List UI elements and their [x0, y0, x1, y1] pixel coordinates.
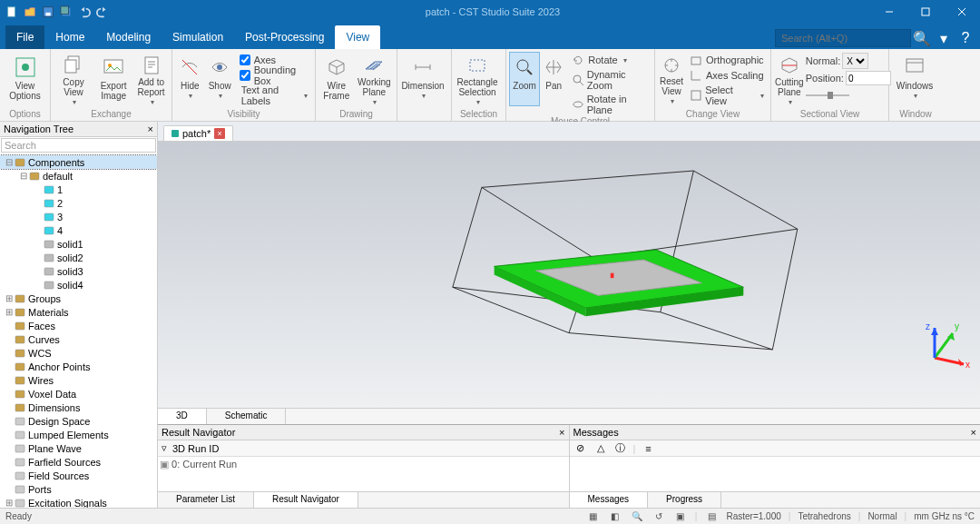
normal-select[interactable]: X [842, 53, 868, 69]
qat-saveall-icon[interactable] [58, 4, 74, 20]
windows-button[interactable]: Windows▾ [893, 53, 936, 105]
tree-node[interactable]: solid2 [0, 251, 157, 264]
position-slider[interactable] [806, 94, 849, 96]
tree-twisty-icon[interactable]: ⊟ [18, 171, 28, 181]
nav-tree-close-icon[interactable]: × [148, 124, 153, 134]
filter-icon[interactable]: ▿ [162, 442, 167, 454]
msg-clear-icon[interactable]: ≡ [641, 442, 655, 455]
hide-button[interactable]: Hide▾ [176, 53, 204, 105]
select-view-button[interactable]: Select View▾ [686, 84, 768, 107]
tab-result-navigator[interactable]: Result Navigator [254, 492, 358, 508]
tree-twisty-icon[interactable]: ⊞ [4, 498, 14, 508]
export-image-button[interactable]: Export Image [94, 53, 132, 105]
show-button[interactable]: Show▾ [206, 53, 234, 105]
status-icon-2[interactable]: ◧ [608, 510, 622, 523]
3d-viewport[interactable]: x y z [158, 142, 980, 408]
tree-node[interactable]: Curves [0, 332, 157, 346]
tree-node[interactable]: 4 [0, 223, 157, 237]
tree-node[interactable]: WCS [0, 346, 157, 360]
copy-view-button[interactable]: Copy View▾ [54, 53, 93, 105]
reset-view-button[interactable]: Reset View▾ [659, 53, 684, 105]
minimize-button[interactable] [871, 0, 907, 24]
add-to-report-button[interactable]: Add to Report▾ [134, 53, 168, 105]
help-icon[interactable]: ? [955, 27, 976, 49]
tree[interactable]: ⊟Components⊟default1234solid1solid2solid… [0, 153, 157, 508]
msg-warn-icon[interactable]: △ [593, 442, 608, 455]
rotate-button[interactable]: Rotate▾ [568, 53, 651, 67]
tree-node[interactable]: solid3 [0, 264, 157, 278]
maximize-button[interactable] [907, 0, 944, 24]
search-input[interactable] [775, 29, 911, 47]
status-icon-3[interactable]: 🔍 [630, 510, 644, 523]
menu-simulation[interactable]: Simulation [162, 25, 234, 49]
search-go-icon[interactable]: 🔍 [911, 27, 933, 49]
qat-save-icon[interactable] [40, 4, 56, 20]
orthographic-button[interactable]: Orthographic [686, 53, 768, 67]
status-icon-6[interactable]: ▤ [704, 510, 719, 523]
zoom-button[interactable]: Zoom [510, 53, 539, 105]
tree-node[interactable]: Dimensions [0, 400, 157, 414]
status-icon-1[interactable]: ▦ [586, 510, 601, 523]
qat-new-icon[interactable] [4, 4, 20, 20]
axes-scaling-button[interactable]: Axes Scaling [686, 68, 768, 83]
tree-node[interactable]: 1 [0, 183, 157, 196]
tree-node[interactable]: ⊟Components [0, 155, 157, 169]
working-plane-button[interactable]: Working Plane▾ [356, 53, 393, 105]
dimension-button[interactable]: Dimension▾ [401, 53, 445, 105]
tree-node[interactable]: Design Space [0, 414, 157, 428]
tree-node[interactable]: Plane Wave [0, 441, 157, 455]
tree-node[interactable]: solid1 [0, 237, 157, 251]
rotate-in-plane-button[interactable]: Rotate in Plane [568, 93, 651, 116]
menu-postprocessing[interactable]: Post-Processing [234, 25, 335, 49]
cutting-plane-button[interactable]: Cutting Plane▾ [775, 53, 804, 105]
nav-tree-search[interactable] [1, 138, 156, 153]
tree-node[interactable]: ⊞Materials [0, 305, 157, 319]
menu-view[interactable]: View [335, 25, 380, 49]
close-button[interactable] [944, 0, 980, 24]
document-tab[interactable]: patch*× [163, 125, 233, 141]
tree-node[interactable]: ⊞Groups [0, 292, 157, 305]
menu-file[interactable]: File [5, 25, 44, 49]
tab-progress[interactable]: Progress [648, 492, 721, 508]
qat-redo-icon[interactable] [94, 4, 111, 20]
bounding-box-checkbox[interactable]: Bounding Box [238, 68, 311, 83]
qat-open-icon[interactable] [22, 4, 38, 20]
tree-twisty-icon[interactable]: ⊟ [4, 157, 14, 167]
tree-node[interactable]: Anchor Points [0, 360, 157, 373]
text-labels-button[interactable]: Text and Labels▾ [238, 84, 311, 107]
tree-node[interactable]: Lumped Elements [0, 428, 157, 441]
status-icon-4[interactable]: ↺ [652, 510, 666, 523]
menu-modeling[interactable]: Modeling [95, 25, 162, 49]
doc-close-icon[interactable]: × [214, 128, 225, 139]
run-row[interactable]: 0: Current Run [172, 459, 237, 470]
status-icon-5[interactable]: ▣ [673, 510, 688, 523]
tree-node[interactable]: Farfield Sources [0, 455, 157, 469]
tree-node[interactable]: ⊞Excitation Signals [0, 496, 157, 508]
tree-node[interactable]: 3 [0, 210, 157, 223]
tree-node[interactable]: 2 [0, 196, 157, 210]
msg-error-icon[interactable]: ⊘ [573, 442, 588, 455]
tab-messages[interactable]: Messages [570, 492, 649, 508]
qat-undo-icon[interactable] [76, 4, 93, 20]
tree-node[interactable]: ⊟default [0, 169, 157, 183]
tree-twisty-icon[interactable]: ⊞ [4, 307, 14, 317]
tree-node[interactable]: solid4 [0, 278, 157, 292]
tree-node[interactable]: Voxel Data [0, 387, 157, 400]
dynamic-zoom-button[interactable]: Dynamic Zoom [568, 68, 651, 92]
result-nav-close-icon[interactable]: × [559, 427, 564, 438]
view-options-button[interactable]: View Options [4, 53, 46, 105]
tree-node[interactable]: Wires [0, 373, 157, 387]
wireframe-button[interactable]: Wire Frame [319, 53, 354, 105]
ribbon-collapse-icon[interactable]: ▾ [933, 27, 955, 49]
menu-home[interactable]: Home [44, 25, 95, 49]
rectangle-selection-button[interactable]: Rectangle Selection▾ [456, 53, 499, 105]
tree-node[interactable]: Field Sources [0, 469, 157, 482]
position-input[interactable] [846, 71, 891, 85]
view-tab-schematic[interactable]: Schematic [207, 409, 287, 424]
view-tab-3d[interactable]: 3D [158, 409, 207, 424]
tree-node[interactable]: Faces [0, 319, 157, 332]
tree-node[interactable]: Ports [0, 482, 157, 496]
pan-button[interactable]: Pan [541, 53, 566, 105]
tree-twisty-icon[interactable]: ⊞ [4, 293, 14, 303]
tab-parameter-list[interactable]: Parameter List [158, 492, 254, 508]
